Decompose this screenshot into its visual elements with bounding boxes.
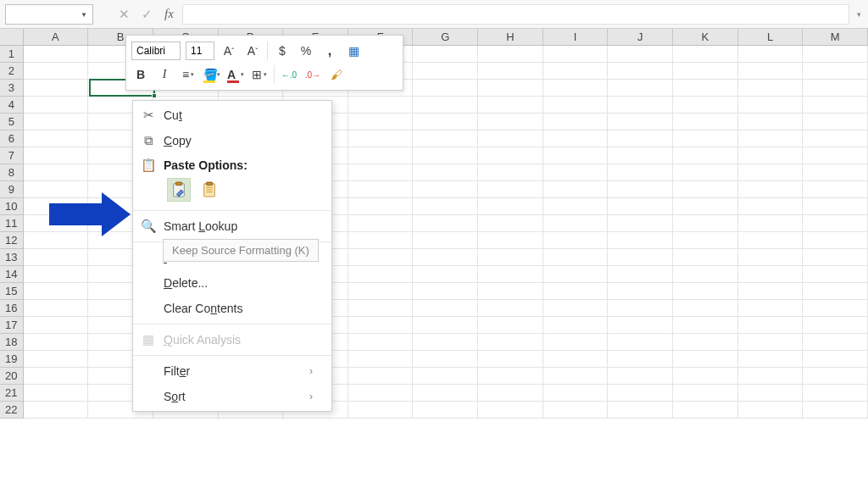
cell[interactable]: [608, 385, 673, 402]
cell[interactable]: [608, 266, 673, 283]
row-header[interactable]: 11: [0, 215, 24, 232]
cell[interactable]: [738, 114, 804, 130]
cell[interactable]: [673, 334, 738, 351]
cell[interactable]: [348, 385, 414, 402]
cell[interactable]: [543, 164, 609, 181]
cell[interactable]: [803, 63, 868, 80]
cell[interactable]: [543, 283, 609, 300]
percent-button[interactable]: %: [297, 42, 315, 60]
cell[interactable]: [478, 97, 543, 114]
row-header[interactable]: 4: [0, 97, 24, 114]
cell[interactable]: [348, 232, 414, 249]
cell[interactable]: [803, 385, 868, 402]
cell[interactable]: [348, 334, 414, 351]
cell[interactable]: [24, 249, 89, 266]
cell[interactable]: [413, 283, 478, 300]
cell[interactable]: [478, 147, 543, 164]
cell[interactable]: [738, 80, 804, 97]
grow-font-button[interactable]: Aˆ: [220, 42, 238, 60]
cell[interactable]: [543, 334, 609, 351]
cell[interactable]: [348, 368, 414, 385]
cell[interactable]: [673, 351, 738, 368]
cell[interactable]: [24, 283, 89, 300]
cell[interactable]: [608, 164, 673, 181]
cell[interactable]: [543, 385, 609, 402]
cell[interactable]: [738, 147, 804, 164]
copy-item[interactable]: ⧉ Copy: [133, 128, 331, 153]
enter-icon[interactable]: ✓: [142, 7, 153, 22]
cell[interactable]: [478, 181, 543, 198]
cell[interactable]: [543, 249, 609, 266]
column-header[interactable]: L: [738, 29, 804, 45]
cell[interactable]: [738, 198, 804, 215]
cell[interactable]: [543, 63, 609, 80]
cell[interactable]: [608, 80, 673, 97]
cell[interactable]: [348, 351, 414, 368]
cell[interactable]: [608, 249, 673, 266]
cell[interactable]: [803, 334, 868, 351]
row-header[interactable]: 13: [0, 249, 24, 266]
cell[interactable]: [673, 114, 738, 130]
cell[interactable]: [738, 249, 804, 266]
cell[interactable]: [348, 249, 414, 266]
cell[interactable]: [348, 300, 414, 317]
cell[interactable]: [413, 215, 478, 232]
cell[interactable]: [478, 249, 543, 266]
sort-item[interactable]: Sort ›: [133, 384, 331, 409]
cell[interactable]: [24, 164, 89, 181]
cell[interactable]: [413, 130, 478, 147]
row-header[interactable]: 15: [0, 283, 24, 300]
conditional-format-icon[interactable]: ▦: [344, 42, 363, 60]
formula-input[interactable]: [182, 4, 849, 25]
cell[interactable]: [608, 334, 673, 351]
cell[interactable]: [478, 63, 543, 80]
cell[interactable]: [803, 317, 868, 334]
cell[interactable]: [608, 147, 673, 164]
cell[interactable]: [738, 97, 804, 114]
cell[interactable]: [673, 147, 738, 164]
cell[interactable]: [738, 164, 804, 181]
cell[interactable]: [608, 114, 673, 130]
cell[interactable]: [478, 300, 543, 317]
cell[interactable]: [543, 351, 609, 368]
cell[interactable]: [673, 368, 738, 385]
cell[interactable]: [738, 46, 804, 63]
cell[interactable]: [803, 300, 868, 317]
cell[interactable]: [803, 97, 868, 114]
row-header[interactable]: 10: [0, 198, 24, 215]
cell[interactable]: [608, 63, 673, 80]
cell[interactable]: [543, 266, 609, 283]
font-size-input[interactable]: [186, 42, 214, 60]
cell[interactable]: [478, 402, 543, 419]
cell[interactable]: [478, 385, 543, 402]
filter-item[interactable]: Filter ›: [133, 358, 331, 384]
cell[interactable]: [803, 351, 868, 368]
border-button[interactable]: ⊞▾: [250, 65, 269, 84]
cell[interactable]: [348, 402, 414, 419]
cell[interactable]: [803, 249, 868, 266]
cell[interactable]: [478, 215, 543, 232]
row-header[interactable]: 7: [0, 147, 24, 164]
cell[interactable]: [738, 402, 804, 419]
cell[interactable]: [803, 164, 868, 181]
cell[interactable]: [543, 317, 609, 334]
cell[interactable]: [24, 351, 89, 368]
delete-item[interactable]: Delete...: [133, 270, 331, 296]
cell[interactable]: [413, 351, 478, 368]
row-header[interactable]: 16: [0, 300, 24, 317]
paste-match-destination-button[interactable]: [198, 178, 221, 202]
cell[interactable]: [413, 164, 478, 181]
cell[interactable]: [413, 368, 478, 385]
cell[interactable]: [608, 215, 673, 232]
cell[interactable]: [673, 164, 738, 181]
cell[interactable]: [543, 215, 609, 232]
cell[interactable]: [24, 46, 89, 63]
cell[interactable]: [348, 266, 414, 283]
cell[interactable]: [803, 80, 868, 97]
cell[interactable]: [24, 114, 89, 130]
cell[interactable]: [348, 283, 414, 300]
cell[interactable]: [673, 300, 738, 317]
cell[interactable]: [803, 283, 868, 300]
cell[interactable]: [478, 232, 543, 249]
cell[interactable]: [478, 164, 543, 181]
